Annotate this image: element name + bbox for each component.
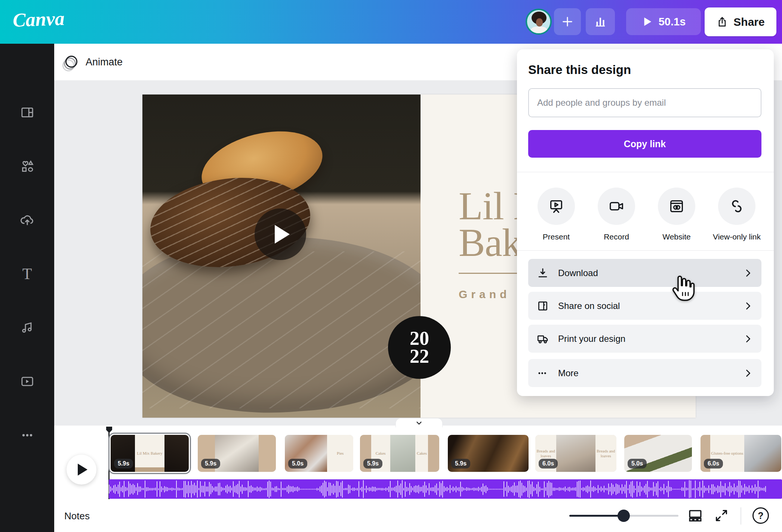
clip-duration-badge: 5.0s xyxy=(288,459,307,468)
play-preview-button[interactable]: 50.1s xyxy=(626,8,701,35)
video-play-overlay[interactable] xyxy=(255,208,306,260)
question-mark-icon: ? xyxy=(758,510,763,521)
add-member-button[interactable] xyxy=(554,8,581,35)
videos-icon xyxy=(20,374,35,389)
more-row[interactable]: More xyxy=(528,359,761,387)
sidebar-item-more[interactable] xyxy=(0,417,54,454)
website-icon xyxy=(668,198,685,215)
clip-page-label: Lil Mix Bakery xyxy=(137,451,162,455)
text-icon: T xyxy=(22,265,32,283)
sidebar-item-elements[interactable] xyxy=(0,148,54,185)
more-icon xyxy=(20,428,35,443)
header-bar: Canva 50.1s xyxy=(0,0,782,44)
sidebar: T xyxy=(0,44,54,532)
panel-divider xyxy=(517,172,774,172)
download-icon xyxy=(536,267,549,279)
uploads-icon xyxy=(19,212,35,228)
clip-page-label: Gluten-free options xyxy=(711,451,743,455)
copy-link-button[interactable]: Copy link xyxy=(528,130,761,158)
clip-strip: Lil Mix Bakery5.9s5.9s Pies5.0s Cakes Ca… xyxy=(54,435,782,472)
view-only-link-button[interactable]: View-only link xyxy=(707,188,767,241)
timeline-collapse-tab[interactable] xyxy=(395,418,443,427)
chevron-right-icon xyxy=(743,334,753,344)
timeline-clip[interactable]: Cakes Cakes5.9s xyxy=(360,435,439,472)
help-button[interactable]: ? xyxy=(752,507,769,524)
clip-page-label: Breads and loaves xyxy=(535,449,556,458)
sidebar-item-text[interactable]: T xyxy=(0,255,54,293)
clip-duration-badge: 5.9s xyxy=(363,459,382,468)
zoom-slider-fill xyxy=(569,515,624,517)
timeline-clip[interactable]: Pies5.0s xyxy=(285,435,353,472)
timeline-clip[interactable]: Breads and loaves Breads and loaves6.0s xyxy=(535,435,616,472)
zoom-slider-knob[interactable] xyxy=(618,510,630,522)
present-button[interactable]: Present xyxy=(526,188,586,241)
clip-duration-badge: 6.0s xyxy=(539,459,558,468)
expand-arrows-icon xyxy=(714,508,729,523)
chevron-right-icon xyxy=(743,301,753,311)
sidebar-item-videos[interactable] xyxy=(0,363,54,400)
timeline-clip[interactable]: 5.9s xyxy=(198,435,276,472)
footer-divider xyxy=(741,507,741,525)
timeline-clip[interactable]: 5.9s xyxy=(448,435,529,472)
play-icon xyxy=(275,225,290,244)
insights-button[interactable] xyxy=(586,8,615,35)
audio-icon xyxy=(20,320,35,335)
print-your-design-row[interactable]: Print your design xyxy=(528,325,761,353)
elements-icon xyxy=(20,159,35,174)
clip-page-label: Pies xyxy=(337,451,344,455)
audio-track-waveform[interactable] xyxy=(109,479,782,499)
fullscreen-button[interactable] xyxy=(713,507,730,524)
clip-duration-badge: 5.9s xyxy=(451,459,470,468)
sidebar-item-audio[interactable] xyxy=(0,309,54,346)
record-button[interactable]: Record xyxy=(586,188,646,241)
more-dots-icon xyxy=(536,367,549,380)
canva-logo[interactable]: Canva xyxy=(12,7,65,31)
canva-editor: Canva 50.1s xyxy=(0,0,782,532)
website-button[interactable]: Website xyxy=(647,188,706,241)
duration-label: 50.1s xyxy=(659,16,686,28)
panel-divider xyxy=(517,250,774,251)
sidebar-item-uploads[interactable] xyxy=(0,201,54,239)
record-icon xyxy=(608,198,625,215)
animate-icon xyxy=(65,56,77,68)
timeline-clip[interactable]: Lil Mix Bakery5.9s xyxy=(111,435,189,472)
grid-view-button[interactable] xyxy=(687,507,704,524)
notes-button[interactable]: Notes xyxy=(64,510,90,522)
timeline-clip[interactable]: 5.0s xyxy=(624,435,692,472)
clip-duration-badge: 5.9s xyxy=(201,459,220,468)
share-upload-icon xyxy=(716,16,728,28)
view-only-link-icon xyxy=(728,198,745,215)
chevron-right-icon xyxy=(743,268,753,278)
print-truck-icon xyxy=(536,332,549,345)
bar-chart-icon xyxy=(594,15,607,28)
sidebar-item-templates[interactable] xyxy=(0,94,54,131)
clip-duration-badge: 6.0s xyxy=(704,459,723,468)
chevron-right-icon xyxy=(743,368,753,378)
timeline-clip[interactable]: Gluten-free options6.0s xyxy=(701,435,781,472)
grid-view-icon xyxy=(687,508,703,523)
clip-page-label: Cakes xyxy=(417,451,427,455)
share-button[interactable]: Share xyxy=(705,7,776,36)
chevron-down-icon xyxy=(415,419,423,427)
share-on-social-row[interactable]: Share on social xyxy=(528,292,761,320)
animate-button[interactable]: Animate xyxy=(65,53,123,71)
share-email-input[interactable] xyxy=(528,88,761,117)
clip-page-label: Breads and loaves xyxy=(595,449,616,458)
share-panel-title: Share this design xyxy=(528,63,631,77)
share-on-social-icon xyxy=(536,300,549,312)
clip-duration-badge: 5.9s xyxy=(114,459,133,468)
avatar[interactable] xyxy=(526,9,552,35)
design-templates-icon xyxy=(20,105,35,120)
plus-icon xyxy=(561,15,574,28)
share-panel: Share this design Copy link Present Reco… xyxy=(517,49,774,396)
play-icon xyxy=(641,16,653,27)
download-row[interactable]: Download xyxy=(528,259,761,287)
clip-page-label: Cakes xyxy=(376,451,386,455)
year-badge: 20 22 xyxy=(388,316,451,379)
present-icon xyxy=(548,198,565,215)
clip-duration-badge: 5.0s xyxy=(628,459,647,468)
